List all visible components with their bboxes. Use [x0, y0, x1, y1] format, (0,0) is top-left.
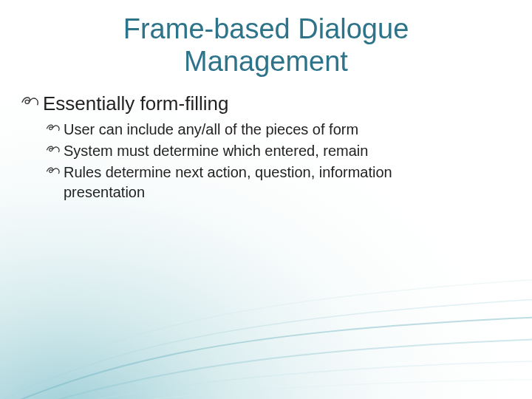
sub-bullet: Rules determine next action, question, i… — [46, 163, 532, 202]
swash-icon — [21, 92, 40, 110]
slide-title: Frame-based Dialogue Management — [44, 13, 488, 78]
bullet-main: Essentially form-filling — [21, 92, 532, 115]
sub-bullet-text: User can include any/all of the pieces o… — [64, 120, 358, 140]
bullet-main-text: Essentially form-filling — [43, 92, 228, 115]
sub-bullet: System must determine which entered, rem… — [46, 141, 532, 161]
sub-bullet-text: System must determine which entered, rem… — [64, 141, 368, 161]
sub-bullet-list: User can include any/all of the pieces o… — [46, 120, 532, 202]
swash-icon — [46, 121, 61, 134]
slide-content: Frame-based Dialogue Management Essentia… — [0, 13, 532, 202]
sub-bullet: User can include any/all of the pieces o… — [46, 120, 532, 140]
swash-icon — [46, 164, 61, 177]
slide: Frame-based Dialogue Management Essentia… — [0, 13, 532, 399]
swash-icon — [46, 143, 61, 156]
sub-bullet-text: Rules determine next action, question, i… — [64, 163, 477, 202]
